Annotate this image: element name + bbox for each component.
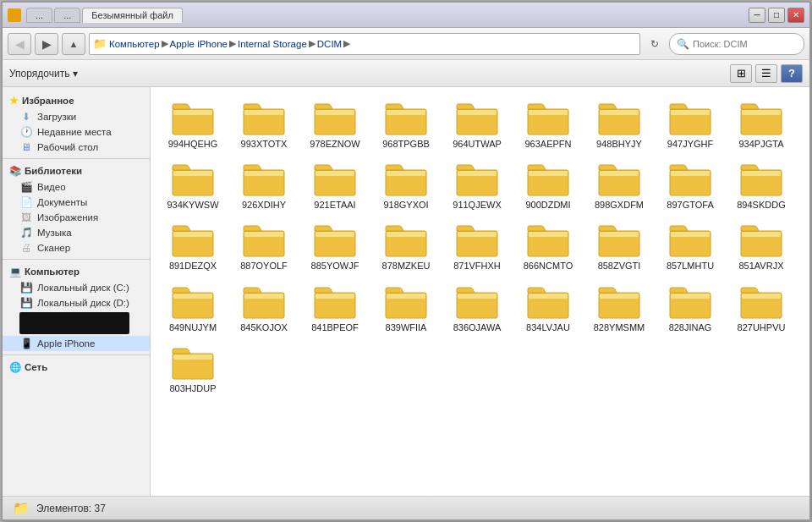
sidebar-scanner-label: Сканер xyxy=(37,243,70,253)
sidebar-item-music[interactable]: 🎵 Музыка xyxy=(3,225,150,240)
sidebar-item-iphone[interactable]: 📱 Apple iPhone xyxy=(3,336,150,351)
folder-label: 866NCMTO xyxy=(524,261,573,272)
folder-item[interactable]: 921ETAAI xyxy=(301,157,369,214)
sidebar-item-drive-d[interactable]: 💾 Локальный диск (D:) xyxy=(3,295,150,310)
search-input[interactable] xyxy=(693,39,809,49)
folder-label: 898GXDFM xyxy=(595,200,644,211)
sidebar-item-scanner[interactable]: 🖨 Сканер xyxy=(3,240,150,256)
forward-button[interactable]: ▶ xyxy=(35,33,58,55)
view-list-button[interactable]: ☰ xyxy=(755,64,777,83)
folder-item[interactable]: 968TPGBB xyxy=(372,96,440,153)
folder-item[interactable]: 836OJAWA xyxy=(443,279,511,337)
clock-icon: 🕐 xyxy=(19,126,33,138)
folder-item[interactable]: 947JYGHF xyxy=(656,96,724,153)
folder-item[interactable]: 834LVJAU xyxy=(514,279,582,337)
folder-item[interactable]: 878MZKEU xyxy=(372,217,440,275)
tab-active[interactable]: Безымянный файл xyxy=(82,8,183,23)
folder-label: 803HJDUP xyxy=(169,383,216,394)
folder-label: 849NUJYM xyxy=(169,322,217,333)
folder-item[interactable]: 849NUJYM xyxy=(159,279,227,337)
folder-label: 834LVJAU xyxy=(526,322,570,333)
sidebar-item-docs[interactable]: 📄 Документы xyxy=(3,195,150,210)
svg-rect-15 xyxy=(671,110,710,115)
sidebar-drive-d-label: Локальный диск (D:) xyxy=(37,298,129,308)
folder-item[interactable]: 827UHPVU xyxy=(727,279,795,337)
back-button[interactable]: ◀ xyxy=(8,33,31,55)
tab-2[interactable]: ... xyxy=(54,8,80,23)
close-button[interactable]: ✕ xyxy=(787,8,804,23)
folder-item[interactable]: 803HJDUP xyxy=(159,340,227,398)
address-icon: 📁 xyxy=(93,37,107,50)
video-icon: 🎬 xyxy=(19,181,33,193)
folder-item[interactable]: 934PJGTA xyxy=(727,96,795,153)
folder-item[interactable]: 839WFIIA xyxy=(372,279,440,337)
breadcrumb-storage[interactable]: Internal Storage xyxy=(238,39,307,49)
folder-item[interactable]: 978EZNOW xyxy=(301,96,369,153)
folder-item[interactable]: 898GXDFM xyxy=(585,157,653,214)
tab-1[interactable]: ... xyxy=(26,8,52,23)
folder-item[interactable]: 866NCMTO xyxy=(514,217,582,275)
svg-rect-67 xyxy=(600,294,639,299)
breadcrumb-computer[interactable]: Компьютер xyxy=(109,39,160,49)
folder-label: 900DZDMI xyxy=(525,200,570,211)
folder-item[interactable]: 887OYOLF xyxy=(230,217,298,275)
folder-item[interactable]: 963AEPFN xyxy=(514,96,582,153)
sidebar-item-desktop[interactable]: 🖥 Рабочий стол xyxy=(3,140,150,155)
svg-rect-55 xyxy=(173,294,212,299)
folder-item[interactable]: 851AVRJX xyxy=(727,217,795,275)
search-box[interactable]: 🔍 xyxy=(669,33,804,55)
sidebar-item-drive-c[interactable]: 💾 Локальный диск (C:) xyxy=(3,280,150,295)
sidebar-music-label: Музыка xyxy=(37,228,72,238)
folder-item[interactable]: 871VFHXH xyxy=(443,217,511,275)
folder-label: 827UHPVU xyxy=(738,322,786,333)
folder-item[interactable]: 993XTOTX xyxy=(230,96,298,153)
image-icon: 🖼 xyxy=(19,212,33,223)
folder-item[interactable]: 926XDIHY xyxy=(230,157,298,214)
minimize-button[interactable]: ─ xyxy=(749,8,765,23)
phone-icon: 📱 xyxy=(19,338,33,349)
folder-item[interactable]: 900DZDMI xyxy=(514,157,582,214)
statusbar-text: Элементов: 37 xyxy=(36,503,106,514)
svg-rect-51 xyxy=(671,232,710,237)
folder-item[interactable]: 858ZVGTI xyxy=(585,217,653,275)
help-button[interactable]: ? xyxy=(781,64,803,83)
breadcrumb-iphone[interactable]: Apple iPhone xyxy=(170,39,228,49)
sidebar-item-recent[interactable]: 🕐 Недавние места xyxy=(3,124,150,140)
up-button[interactable]: ▲ xyxy=(62,33,85,55)
folder-item[interactable]: 934KYWSW xyxy=(159,157,227,214)
folder-label: 918GYXOI xyxy=(383,200,428,211)
drive-d-icon: 💾 xyxy=(19,297,33,309)
folder-label: 841BPEOF xyxy=(311,322,359,333)
folder-item[interactable]: 828YMSMM xyxy=(585,279,653,337)
sidebar-item-downloads[interactable]: ⬇ Загрузки xyxy=(3,109,150,124)
window-icon xyxy=(8,8,21,22)
folder-item[interactable]: 948BHYJY xyxy=(585,96,653,153)
folder-label: 897GTOFA xyxy=(667,200,713,211)
sidebar-item-video[interactable]: 🎬 Видео xyxy=(3,179,150,195)
sidebar-item-images[interactable]: 🖼 Изображения xyxy=(3,210,150,225)
folder-label: 851AVRJX xyxy=(739,261,784,272)
folder-item[interactable]: 894SKDDG xyxy=(727,157,795,214)
folder-label: 934KYWSW xyxy=(167,200,218,211)
folder-item[interactable]: 841BPEOF xyxy=(301,279,369,337)
folder-item[interactable]: 891DEZQX xyxy=(159,217,227,275)
breadcrumb-dcim[interactable]: DCIM xyxy=(317,39,342,49)
organize-button[interactable]: Упорядочить ▾ xyxy=(9,68,78,80)
svg-rect-71 xyxy=(742,294,781,299)
view-grid-button[interactable]: ⊞ xyxy=(730,64,752,83)
folder-item[interactable]: 885YOWJF xyxy=(301,217,369,275)
folder-item[interactable]: 964UTWAP xyxy=(443,96,511,153)
folder-item[interactable]: 897GTOFA xyxy=(656,157,724,214)
folder-item[interactable]: 911QJEWX xyxy=(443,157,511,214)
folder-item[interactable]: 918GYXOI xyxy=(372,157,440,214)
sidebar-docs-label: Документы xyxy=(37,197,87,207)
explorer-window: ... ... Безымянный файл ─ □ ✕ ◀ ▶ ▲ 📁 Ко… xyxy=(1,1,811,521)
folder-item[interactable]: 845KOJOX xyxy=(230,279,298,337)
refresh-button[interactable]: ↻ xyxy=(644,33,666,55)
maximize-button[interactable]: □ xyxy=(768,8,785,23)
folder-item[interactable]: 857LMHTU xyxy=(656,217,724,275)
address-bar[interactable]: 📁 Компьютер ▶ Apple iPhone ▶ Internal St… xyxy=(89,33,640,55)
folder-item[interactable]: 828JINAG xyxy=(656,279,724,337)
folder-item[interactable]: 994HQEHG xyxy=(159,96,227,153)
star-icon: ★ xyxy=(9,95,19,107)
